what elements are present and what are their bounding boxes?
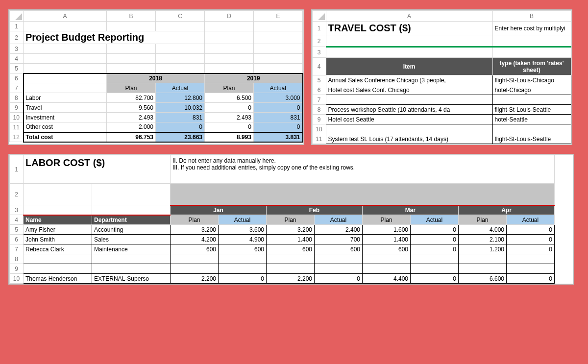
cell[interactable]: flight-St-Louis-Seattle bbox=[492, 134, 571, 144]
cell[interactable]: Accounting bbox=[92, 225, 171, 235]
cell[interactable] bbox=[24, 64, 107, 73]
cell[interactable]: Plan bbox=[107, 83, 156, 93]
cell[interactable]: Investment bbox=[24, 113, 107, 122]
cell[interactable]: Thomas Henderson bbox=[24, 274, 92, 284]
cell[interactable]: John Smith bbox=[24, 235, 92, 244]
cell[interactable]: 700 bbox=[315, 235, 363, 244]
cell[interactable]: 82.700 bbox=[107, 93, 156, 103]
cell[interactable]: 600 bbox=[171, 244, 219, 254]
cell[interactable]: Mar bbox=[363, 205, 459, 215]
cell[interactable]: 6.600 bbox=[459, 274, 507, 284]
cell[interactable] bbox=[171, 184, 555, 205]
cell[interactable]: 6 bbox=[10, 235, 24, 244]
cell[interactable]: 0 bbox=[315, 274, 363, 284]
cell[interactable]: 4 bbox=[10, 215, 24, 225]
cell[interactable]: 0 bbox=[156, 122, 205, 132]
cell[interactable] bbox=[24, 83, 107, 93]
cell[interactable]: 11 bbox=[10, 122, 24, 132]
cell[interactable]: LABOR COST ($) bbox=[24, 155, 171, 184]
cell[interactable]: 0 bbox=[411, 244, 459, 254]
cell[interactable] bbox=[315, 254, 363, 264]
cell[interactable]: A bbox=[326, 11, 492, 22]
cell[interactable]: 3.600 bbox=[219, 225, 267, 235]
cell[interactable]: 2018 bbox=[107, 73, 205, 83]
cell[interactable] bbox=[205, 31, 254, 44]
cell[interactable] bbox=[156, 22, 205, 31]
cell[interactable]: 5 bbox=[312, 75, 326, 85]
cell[interactable]: 1.200 bbox=[459, 244, 507, 254]
cell[interactable] bbox=[10, 11, 24, 22]
cell[interactable]: 600 bbox=[315, 244, 363, 254]
cell[interactable]: Other cost bbox=[24, 122, 107, 132]
cell[interactable]: 6 bbox=[10, 73, 24, 83]
cell[interactable]: Process workshop Seattle (10 attendants,… bbox=[326, 105, 492, 115]
cell[interactable]: 0 bbox=[219, 274, 267, 284]
cell[interactable] bbox=[459, 254, 507, 264]
cell[interactable]: Sales bbox=[92, 235, 171, 244]
cell[interactable]: 2 bbox=[10, 184, 24, 205]
cell[interactable]: 600 bbox=[363, 244, 411, 254]
cell[interactable]: Annual Sales Conference Chicago (3 peopl… bbox=[326, 75, 492, 85]
cell[interactable]: hotel-Chicago bbox=[492, 85, 571, 95]
cell[interactable]: 2019 bbox=[205, 73, 303, 83]
cell[interactable]: Plan bbox=[205, 83, 254, 93]
cell[interactable]: 6.500 bbox=[205, 93, 254, 103]
cell[interactable]: 8 bbox=[10, 254, 24, 264]
cell[interactable]: 831 bbox=[156, 113, 205, 122]
cell[interactable]: 0 bbox=[411, 235, 459, 244]
cell[interactable] bbox=[92, 264, 171, 274]
cell[interactable]: 1 bbox=[312, 22, 326, 35]
cell[interactable]: Rebecca Clark bbox=[24, 244, 92, 254]
cell[interactable]: 9 bbox=[312, 115, 326, 124]
cell[interactable] bbox=[107, 22, 156, 31]
cell[interactable]: 8 bbox=[312, 105, 326, 115]
cell[interactable] bbox=[507, 254, 555, 264]
cell[interactable] bbox=[326, 35, 492, 47]
cell[interactable] bbox=[205, 64, 254, 73]
cell[interactable]: 3.000 bbox=[254, 93, 303, 103]
cell[interactable]: Actual bbox=[219, 215, 267, 225]
cell[interactable] bbox=[459, 264, 507, 274]
cell[interactable]: 0 bbox=[411, 225, 459, 235]
cell[interactable]: 8 bbox=[10, 93, 24, 103]
cell[interactable]: 0 bbox=[507, 244, 555, 254]
cell[interactable]: Hotel cost Sales Conf. Chicago bbox=[326, 85, 492, 95]
cell[interactable]: D bbox=[205, 11, 254, 22]
cell[interactable] bbox=[492, 35, 571, 47]
cell[interactable]: 12 bbox=[10, 132, 24, 142]
cell[interactable] bbox=[411, 254, 459, 264]
cell[interactable]: Hotel cost Seattle bbox=[326, 115, 492, 124]
cell[interactable]: TRAVEL COST ($) bbox=[326, 22, 492, 35]
cell[interactable]: Department bbox=[92, 215, 171, 225]
cell[interactable] bbox=[171, 264, 219, 274]
cell[interactable] bbox=[205, 22, 254, 31]
cell[interactable] bbox=[315, 264, 363, 274]
cell[interactable]: Labor bbox=[24, 93, 107, 103]
cell[interactable]: Actual bbox=[411, 215, 459, 225]
cell[interactable]: Plan bbox=[267, 215, 315, 225]
cell[interactable] bbox=[363, 254, 411, 264]
labor-sheet[interactable]: 1LABOR COST ($)II. Do not enter any data… bbox=[9, 154, 573, 284]
cell[interactable]: System test St. Louis (17 attendants, 14… bbox=[326, 134, 492, 144]
cell[interactable]: 0 bbox=[254, 103, 303, 113]
cell[interactable]: 10 bbox=[10, 113, 24, 122]
cell[interactable]: 6 bbox=[312, 85, 326, 95]
cell[interactable]: 11 bbox=[312, 134, 326, 144]
cell[interactable]: 10 bbox=[312, 124, 326, 134]
cell[interactable]: 4 bbox=[10, 54, 24, 64]
cell[interactable] bbox=[24, 73, 107, 83]
cell[interactable]: 2 bbox=[10, 31, 24, 44]
cell[interactable] bbox=[24, 44, 107, 54]
cell[interactable]: 1 bbox=[10, 22, 24, 31]
cell[interactable]: Amy Fisher bbox=[24, 225, 92, 235]
cell[interactable] bbox=[312, 11, 326, 22]
cell[interactable]: 9.560 bbox=[107, 103, 156, 113]
cell[interactable]: type (taken from 'rates' sheet) bbox=[492, 58, 571, 75]
cell[interactable]: 1.400 bbox=[363, 235, 411, 244]
cell[interactable]: 2.400 bbox=[315, 225, 363, 235]
cell[interactable] bbox=[92, 205, 171, 215]
cell[interactable] bbox=[24, 205, 92, 215]
cell[interactable]: Actual bbox=[315, 215, 363, 225]
cell[interactable]: 831 bbox=[254, 113, 303, 122]
cell[interactable] bbox=[254, 31, 303, 44]
